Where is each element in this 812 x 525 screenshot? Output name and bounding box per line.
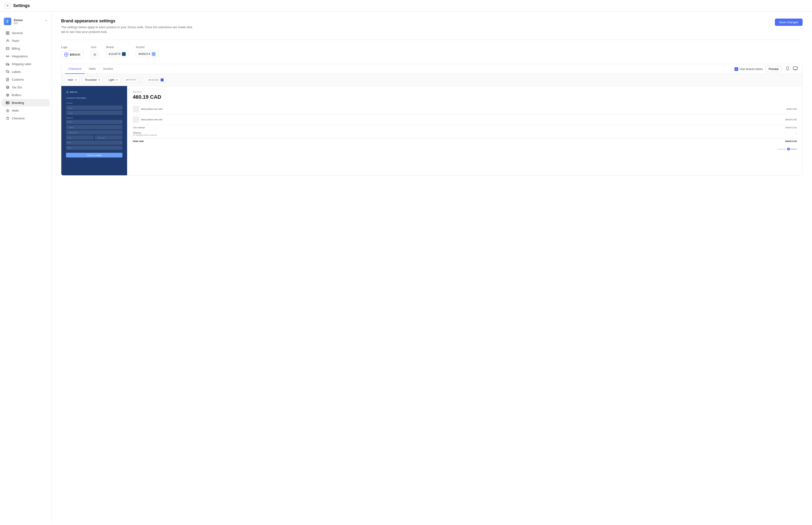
sidebar-item-buffers[interactable]: Buffers xyxy=(2,91,49,99)
sidebar-label-buffers: Buffers xyxy=(12,93,21,97)
save-button[interactable]: Save changes xyxy=(775,18,802,26)
font-selector[interactable]: Inter xyxy=(65,77,80,83)
pay-brand-label: Pay Bruvi xyxy=(133,91,797,93)
preview-button[interactable]: Preview xyxy=(765,66,782,72)
cart-subtotal-value: 249.60 CAD xyxy=(785,126,797,129)
mini-logo-name: BRUVI xyxy=(70,91,78,93)
svg-rect-2 xyxy=(6,33,7,34)
icon-label: Icon xyxy=(91,46,98,49)
mini-address-input[interactable]: Address xyxy=(66,125,122,129)
sidebar-label-branding: Branding xyxy=(12,101,24,105)
use-brand-colors-label[interactable]: ✓ Use brand colors xyxy=(734,67,763,71)
tab-hello[interactable]: Hello xyxy=(86,64,99,74)
page-subtitle: The settings below apply to each product… xyxy=(61,25,193,34)
svg-rect-22 xyxy=(6,101,9,104)
address-title: Address xyxy=(66,117,122,119)
tab-invoice[interactable]: Invoice xyxy=(100,64,116,74)
color1-swatch xyxy=(138,78,141,81)
accent-color-code: #89B2FA xyxy=(138,52,150,56)
logo-display[interactable]: BRUVI xyxy=(61,51,83,58)
preview-section: Checkout Hello Invoice ✓ Use brand color… xyxy=(61,64,802,176)
preview-frame: BRUVI Customer information Contact Name … xyxy=(61,86,802,175)
accent-color-swatch[interactable]: #89B2FA xyxy=(136,51,158,57)
mini-logo-circle xyxy=(66,91,69,93)
order-amount: 460.19 CAD xyxy=(133,94,797,100)
svg-point-11 xyxy=(6,65,7,65)
color-picker-2[interactable]: #445EEE xyxy=(146,77,166,83)
checkout-logo: BRUVI xyxy=(66,91,122,93)
sidebar-label-hello: Hello xyxy=(12,109,19,112)
sidebar-item-hello[interactable]: Hello xyxy=(2,107,49,114)
zonos-text: ZONOS xyxy=(791,148,797,150)
checkout-section-title: Customer information xyxy=(66,97,122,99)
weight-selector[interactable]: Light xyxy=(106,77,121,83)
continue-shipping-button[interactable]: Continue to shipping xyxy=(66,153,122,158)
country-select[interactable]: Country ▼ xyxy=(66,120,122,124)
mini-address2-input[interactable]: Address line 2 xyxy=(66,130,122,134)
shipping-info: Shipping No shipping method selected xyxy=(133,132,157,136)
cart-subtotal-label: Cart subtotal xyxy=(133,126,145,129)
sidebar-item-tax-ids[interactable]: Tax IDs xyxy=(2,84,49,91)
grid-icon xyxy=(6,31,10,35)
main-layout: Z Zonos 909 ⌃ General Team xyxy=(0,12,812,524)
svg-rect-27 xyxy=(793,67,797,70)
sidebar-item-customs[interactable]: Customs xyxy=(2,76,49,83)
tag-icon xyxy=(6,70,10,74)
app-window: ✕ Settings Z Zonos 909 ⌃ xyxy=(0,0,812,525)
file-text-icon xyxy=(6,77,10,81)
phone-select[interactable]: Phone xyxy=(66,146,122,150)
tab-checkout[interactable]: Checkout xyxy=(65,64,85,74)
mini-city-input[interactable]: City xyxy=(66,135,94,139)
use-brand-colors-checkbox[interactable]: ✓ xyxy=(734,67,738,71)
sidebar-item-labels[interactable]: Labels xyxy=(2,68,49,75)
sidebar-item-integrations[interactable]: Integrations xyxy=(2,52,49,60)
mini-name-input[interactable]: Name xyxy=(66,106,122,110)
credit-card-icon xyxy=(6,46,10,50)
svg-rect-1 xyxy=(8,31,9,33)
icon-control: Icon ⊕ xyxy=(91,46,98,58)
order-item-0: Best product ever sold 49.60 CAD xyxy=(133,104,797,115)
org-header: Z Zonos 909 ⌃ xyxy=(0,16,51,29)
order-total-label: Order total xyxy=(133,140,143,142)
mini-email-input[interactable]: Email xyxy=(66,111,122,115)
svg-rect-14 xyxy=(6,78,8,81)
brand-color-control: Brand #1E4D78 xyxy=(106,46,128,57)
sidebar-label-checkout: Checkout xyxy=(12,117,25,120)
add-icon-button[interactable]: ⊕ xyxy=(91,51,98,58)
sidebar-item-checkout[interactable]: Checkout xyxy=(2,115,49,122)
divider xyxy=(61,40,802,40)
sidebar-item-general[interactable]: General xyxy=(2,29,49,37)
sidebar-item-shipping-rates[interactable]: Shipping rates xyxy=(2,60,49,68)
sidebar-label-labels: Labels xyxy=(12,70,21,74)
sidebar-item-billing[interactable]: Billing xyxy=(2,45,49,52)
image-icon xyxy=(6,101,10,105)
logo-label: Logo xyxy=(61,46,83,49)
checkout-form-preview: BRUVI Customer information Contact Name … xyxy=(61,86,127,175)
color-picker-1[interactable]: #FFFFFF xyxy=(124,77,143,83)
sidebar-item-branding[interactable]: Branding xyxy=(2,99,49,106)
desktop-icon[interactable] xyxy=(792,65,799,73)
item-thumbnail-0 xyxy=(133,106,139,112)
shipping-line: Shipping No shipping method selected – xyxy=(133,130,797,137)
chevron-icon[interactable]: ⌃ xyxy=(45,19,48,24)
powered-by-text: Powered by xyxy=(778,148,786,150)
preview-tabs-bar: Checkout Hello Invoice ✓ Use brand color… xyxy=(61,64,802,74)
svg-marker-24 xyxy=(6,109,9,111)
mini-postal-input[interactable]: Postal code xyxy=(95,135,122,139)
state-select[interactable]: State ▼ xyxy=(66,140,122,145)
svg-rect-0 xyxy=(6,31,7,33)
shipping-note: No shipping method selected xyxy=(133,134,157,136)
order-item-1: Best product ever sold 200.00 CAD xyxy=(133,115,797,125)
close-button[interactable]: ✕ xyxy=(5,3,10,9)
title-bar: ✕ Settings xyxy=(0,0,812,12)
truck-icon xyxy=(6,62,10,66)
style-selector[interactable]: Rounded xyxy=(82,77,103,83)
sidebar-item-team[interactable]: Team xyxy=(2,37,49,44)
mobile-icon[interactable] xyxy=(784,65,791,73)
link-icon xyxy=(6,54,10,58)
svg-rect-3 xyxy=(8,33,9,34)
cart-subtotal-line: Cart subtotal 249.60 CAD xyxy=(133,125,797,130)
brand-color-swatch[interactable]: #1E4D78 xyxy=(106,51,128,57)
sidebar-label-shipping-rates: Shipping rates xyxy=(12,62,31,66)
svg-rect-10 xyxy=(6,63,8,65)
